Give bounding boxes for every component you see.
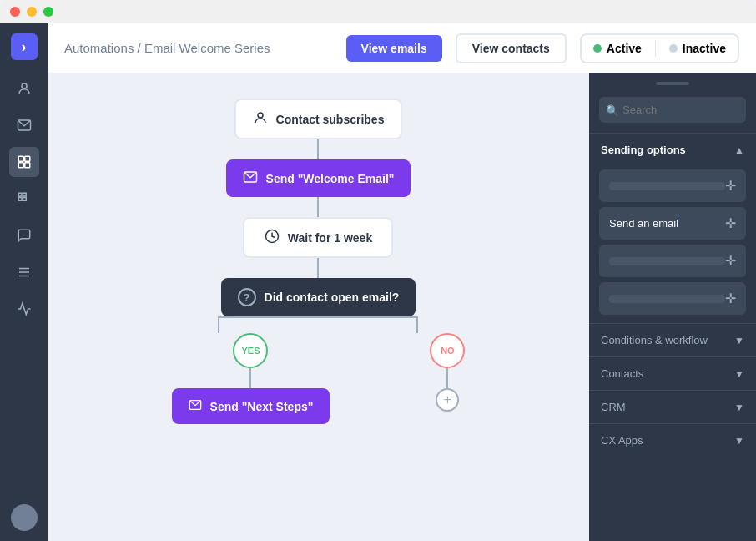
svg-point-0 <box>22 83 27 88</box>
cx-apps-label: CX Apps <box>601 434 643 447</box>
view-contacts-button[interactable]: View contacts <box>456 33 567 63</box>
placeholder-bar-1 <box>609 182 725 190</box>
sending-options-chevron: ▲ <box>734 144 744 156</box>
svg-rect-6 <box>18 193 22 196</box>
sidebar-icon-messages[interactable] <box>9 220 39 250</box>
add-icon-2[interactable]: ✛ <box>725 215 736 231</box>
connector-2-3 <box>317 197 319 217</box>
breadcrumb: Automations / Email Welcome Series <box>64 41 270 55</box>
placeholder-bar-4 <box>609 295 725 303</box>
cx-apps-header[interactable]: CX Apps ▼ <box>589 424 756 457</box>
svg-rect-7 <box>23 193 26 196</box>
search-input[interactable] <box>599 97 746 123</box>
node2-label: Send "Welcome Email" <box>266 172 395 185</box>
node-next-steps[interactable]: Send "Next Steps" <box>172 388 330 424</box>
no-circle[interactable]: NO <box>430 333 465 368</box>
contacts-section: Contacts ▼ <box>589 356 756 390</box>
svg-rect-2 <box>18 156 23 161</box>
svg-rect-8 <box>18 198 22 201</box>
conditions-header[interactable]: Conditions & workflow ▼ <box>589 324 756 356</box>
placeholder-bar-3 <box>609 257 725 265</box>
sending-options-items: ✛ Send an email ✛ ✛ <box>589 166 756 323</box>
add-icon-1[interactable]: ✛ <box>725 178 736 194</box>
svg-rect-5 <box>24 163 29 168</box>
svg-rect-9 <box>23 198 26 201</box>
sending-options-header[interactable]: Sending options ▲ <box>589 134 756 166</box>
inactive-label: Inactive <box>683 42 726 55</box>
add-icon-3[interactable]: ✛ <box>725 253 736 269</box>
sending-options-section: Sending options ▲ ✛ Send an email ✛ <box>589 133 756 323</box>
connector-3-4 <box>317 258 319 278</box>
send-email-label: Send an email <box>609 217 678 230</box>
svg-rect-4 <box>18 163 23 168</box>
minimize-dot[interactable] <box>27 7 37 17</box>
node2-icon <box>243 169 258 187</box>
panel-item-placeholder-3[interactable]: ✛ <box>599 245 746 277</box>
crm-section: CRM ▼ <box>589 390 756 423</box>
node4-label: Did contact open email? <box>265 291 400 304</box>
svg-rect-3 <box>24 156 29 161</box>
branch-section: YES Send "Next Steps" <box>172 316 466 424</box>
inactive-toggle[interactable]: Inactive <box>669 42 726 55</box>
panel-item-placeholder-1[interactable]: ✛ <box>599 169 746 202</box>
active-toggle[interactable]: Active <box>593 42 642 55</box>
conditions-chevron: ▼ <box>734 335 744 346</box>
panel-drag-handle <box>656 82 689 85</box>
branch-yes: YES Send "Next Steps" <box>172 333 330 424</box>
sidebar-icon-lists[interactable] <box>9 257 39 287</box>
sidebar-icon-contacts[interactable] <box>9 73 39 104</box>
sidebar-icon-email[interactable] <box>9 110 39 140</box>
status-toggle: Active Inactive <box>580 33 739 63</box>
flow-diagram: Contact subscribes Send "Welcome Email" <box>172 99 466 424</box>
node4-icon: ? <box>238 288 256 306</box>
node1-icon <box>253 110 268 128</box>
crm-chevron: ▼ <box>734 402 744 413</box>
crm-header[interactable]: CRM ▼ <box>589 391 756 423</box>
sending-options-label: Sending options <box>601 144 686 156</box>
breadcrumb-main[interactable]: Automations <box>64 41 134 55</box>
yes-connector <box>249 368 251 388</box>
node-contact-subscribes[interactable]: Contact subscribes <box>234 99 403 139</box>
inactive-dot <box>669 44 678 53</box>
contacts-label: Contacts <box>601 367 643 380</box>
branch-h-line <box>201 316 435 333</box>
crm-label: CRM <box>601 401 626 413</box>
node-condition[interactable]: ? Did contact open email? <box>221 278 416 316</box>
main-content: Automations / Email Welcome Series View … <box>48 23 756 541</box>
node-wait[interactable]: Wait for 1 week <box>243 217 393 258</box>
right-panel: 🔍 Sending options ▲ ✛ <box>589 73 756 541</box>
node5-icon <box>189 398 202 414</box>
cx-apps-section: CX Apps ▼ <box>589 423 756 457</box>
node3-label: Wait for 1 week <box>288 231 372 245</box>
add-step-button[interactable]: + <box>436 388 459 412</box>
sidebar: › <box>0 23 48 541</box>
node3-icon <box>265 229 280 246</box>
view-emails-button[interactable]: View emails <box>346 35 442 62</box>
sidebar-logo[interactable]: › <box>11 33 38 60</box>
flow-canvas: Contact subscribes Send "Welcome Email" <box>48 73 589 541</box>
search-wrapper: 🔍 <box>599 97 746 123</box>
sidebar-avatar[interactable] <box>11 504 38 531</box>
content-area: Contact subscribes Send "Welcome Email" <box>48 73 756 541</box>
panel-item-placeholder-4[interactable]: ✛ <box>599 282 746 315</box>
contacts-header[interactable]: Contacts ▼ <box>589 357 756 390</box>
toggle-divider <box>655 40 656 57</box>
node1-label: Contact subscribes <box>276 113 385 126</box>
add-icon-4[interactable]: ✛ <box>725 291 736 306</box>
conditions-section: Conditions & workflow ▼ <box>589 323 756 356</box>
breadcrumb-separator: / <box>134 41 144 55</box>
maximize-dot[interactable] <box>43 7 53 17</box>
branch-no: NO + <box>430 333 465 412</box>
node-send-welcome[interactable]: Send "Welcome Email" <box>226 159 411 197</box>
panel-item-send-email[interactable]: Send an email ✛ <box>599 207 746 240</box>
no-connector <box>446 368 448 388</box>
cx-apps-chevron: ▼ <box>734 435 744 447</box>
sidebar-icon-analytics[interactable] <box>9 294 39 324</box>
sidebar-icon-reports[interactable] <box>9 184 39 214</box>
active-dot <box>593 44 602 53</box>
close-dot[interactable] <box>10 7 20 17</box>
node5-label: Send "Next Steps" <box>210 400 314 413</box>
active-label: Active <box>607 42 642 55</box>
yes-circle[interactable]: YES <box>233 333 268 368</box>
sidebar-icon-automations[interactable] <box>9 147 39 177</box>
